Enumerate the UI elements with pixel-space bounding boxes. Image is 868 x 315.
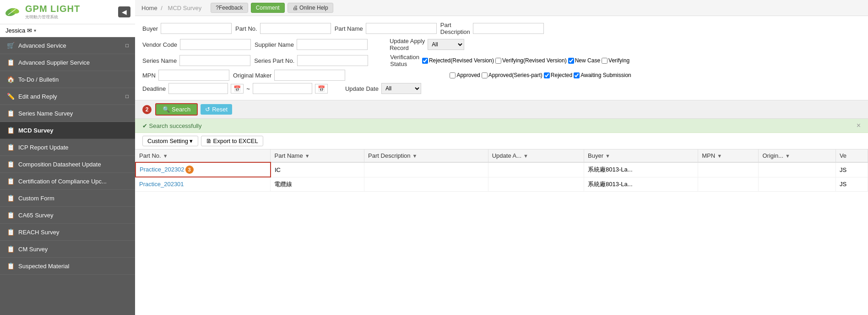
cb-awaiting[interactable]: Awaiting Submission xyxy=(574,72,631,78)
expand-icon-edit-reply: □ xyxy=(125,94,129,99)
cb-verifying-revised[interactable]: Verifying(Revised Version) xyxy=(495,57,567,64)
topbar-buttons: ?FeedbackComment🖨 Online Help xyxy=(211,3,333,13)
mpn-input[interactable] xyxy=(158,70,229,81)
update-apply-record-label: Update ApplyRecord xyxy=(390,38,425,51)
deadline-to-input[interactable] xyxy=(253,83,312,94)
part-no-link[interactable]: Practice_202301 xyxy=(139,181,184,188)
deadline-label: Deadline xyxy=(142,85,166,92)
update-apply-record-select[interactable]: All Yes No xyxy=(428,39,464,50)
col-origin: Origin... ▼ xyxy=(759,149,835,162)
original-maker-input[interactable] xyxy=(274,70,345,81)
filter-mpn-icon[interactable]: ▼ xyxy=(717,153,722,159)
filter-update-a-icon[interactable]: ▼ xyxy=(523,153,528,159)
part-no-field-group: Part No. xyxy=(235,23,331,34)
cb-rejected-revised[interactable]: Rejected(Revised Version) xyxy=(422,57,494,64)
sidebar-item-reach-survey[interactable]: 📋 REACH Survey xyxy=(0,224,135,241)
export-excel-button[interactable]: 🗎 Export to EXCEL xyxy=(201,136,263,146)
col-mpn: MPN ▼ xyxy=(698,149,759,162)
supplier-name-field-group: Supplier Name xyxy=(255,39,368,50)
filter-part-name-icon[interactable]: ▼ xyxy=(305,153,310,159)
search-bar: 2 🔍 Search ↺ Reset xyxy=(135,100,868,119)
cb-approved-series[interactable]: Approved(Series-part) xyxy=(482,72,542,78)
cb-new-case[interactable]: New Case xyxy=(568,57,600,64)
cb-approved[interactable]: Approved xyxy=(450,72,480,78)
sidebar-menu: 🛒 Advanced Service □ 📋 Advanced Supplier… xyxy=(0,37,135,315)
sidebar-item-edit-reply[interactable]: ✏️ Edit and Reply □ xyxy=(0,88,135,105)
search-button[interactable]: 🔍 Search xyxy=(155,103,198,116)
deadline-field-group: Deadline 📅 ~ 📅 xyxy=(142,83,328,94)
cm-survey-icon: 📋 xyxy=(6,245,15,253)
custom-setting-button[interactable]: Custom Setting ▾ xyxy=(142,136,198,146)
feedback-button[interactable]: ?Feedback xyxy=(211,3,248,13)
checkbox-group-2-inner: Approved Approved(Series-part) Rejected … xyxy=(450,72,631,78)
sidebar-item-custom-form[interactable]: 📋 Custom Form xyxy=(0,190,135,207)
vendor-code-label: Vendor Code xyxy=(142,41,177,48)
col-part-name: Part Name ▼ xyxy=(271,149,364,162)
sidebar-item-series-name-survey[interactable]: 📋 Series Name Survey xyxy=(0,105,135,122)
part-description-input[interactable] xyxy=(473,23,544,34)
table-cell xyxy=(759,177,835,191)
part-no-link[interactable]: Practice_202302 xyxy=(140,166,184,173)
table-cell xyxy=(698,177,759,191)
sidebar-item-ca65-survey[interactable]: 📋 CA65 Survey xyxy=(0,207,135,224)
close-success-button[interactable]: × xyxy=(857,122,861,130)
filter-origin-icon[interactable]: ▼ xyxy=(785,153,790,159)
table-cell xyxy=(488,162,584,177)
part-name-field-group: Part Name xyxy=(335,23,437,34)
form-row-1: Buyer Part No. Part Name PartDescription xyxy=(142,22,861,35)
mpn-field-group: MPN xyxy=(142,70,229,81)
comment-button[interactable]: Comment xyxy=(251,3,285,13)
cb-rejected[interactable]: Rejected xyxy=(544,72,572,78)
breadcrumb-home[interactable]: Home xyxy=(141,5,157,11)
sidebar-item-suspected-material[interactable]: 📋 Suspected Material xyxy=(0,258,135,275)
table-cell: 電纜線 xyxy=(271,177,364,191)
sidebar-label-advanced-supplier-service: Advanced Supplier Service xyxy=(18,59,90,66)
part-name-input[interactable] xyxy=(366,23,437,34)
sidebar-label-todo-bulletin: To-Do / Bulletin xyxy=(18,76,59,83)
filter-buyer-icon[interactable]: ▼ xyxy=(605,153,610,159)
col-ve: Ve xyxy=(835,149,868,162)
series-name-field-group: Series Name xyxy=(142,55,250,66)
reset-button[interactable]: ↺ Reset xyxy=(201,104,232,115)
buyer-input[interactable] xyxy=(161,23,232,34)
filter-part-no-icon[interactable]: ▼ xyxy=(163,153,168,159)
filter-part-desc-icon[interactable]: ▼ xyxy=(412,153,418,159)
expand-icon-advanced-service: □ xyxy=(125,43,129,48)
sidebar-item-advanced-supplier-service[interactable]: 📋 Advanced Supplier Service xyxy=(0,54,135,71)
original-maker-field-group: Original Maker xyxy=(233,70,346,81)
excel-icon: 🗎 xyxy=(206,138,212,144)
sidebar-item-composition-datasheet-update[interactable]: 📋 Composition Datasheet Update xyxy=(0,156,135,173)
supplier-name-input[interactable] xyxy=(297,39,368,50)
composition-datasheet-update-icon: 📋 xyxy=(6,160,15,168)
buyer-field-group: Buyer xyxy=(142,23,232,34)
sidebar-item-advanced-service[interactable]: 🛒 Advanced Service □ xyxy=(0,37,135,54)
sidebar-item-icp-report-update[interactable]: 📋 ICP Report Update xyxy=(0,139,135,156)
sidebar-item-todo-bulletin[interactable]: 🏠 To-Do / Bulletin xyxy=(0,71,135,88)
checkbox-group-2: Approved Approved(Series-part) Rejected … xyxy=(450,72,631,78)
user-row[interactable]: Jessica ✉ ▾ xyxy=(0,24,135,37)
sidebar-item-cm-survey[interactable]: 📋 CM Survey xyxy=(0,241,135,258)
deadline-from-calendar[interactable]: 📅 xyxy=(231,84,244,94)
series-name-input[interactable] xyxy=(179,55,250,66)
logo-text: GPM LIGHT xyxy=(25,4,80,14)
custom-setting-label: Custom Setting ▾ xyxy=(147,138,193,144)
deadline-to-calendar[interactable]: 📅 xyxy=(315,84,328,94)
toolbar: Custom Setting ▾ 🗎 Export to EXCEL xyxy=(135,133,868,149)
col-part-no: Part No. ▼ xyxy=(136,149,271,162)
sidebar-item-certification-compliance[interactable]: 📋 Certification of Compliance Upc... xyxy=(0,173,135,190)
form-row-2: Vendor Code Supplier Name Update ApplyRe… xyxy=(142,38,861,51)
vendor-code-input[interactable] xyxy=(180,39,251,50)
ca65-survey-icon: 📋 xyxy=(6,211,15,219)
back-button[interactable]: ◀ xyxy=(118,6,130,17)
series-part-no-input[interactable] xyxy=(297,55,368,66)
update-date-select[interactable]: All Today This Week xyxy=(381,83,421,94)
table-cell xyxy=(759,162,835,177)
online-help-button[interactable]: 🖨 Online Help xyxy=(288,3,333,13)
sidebar-item-mcd-survey[interactable]: 📋 MCD Survey xyxy=(0,122,135,139)
form-row-5: Deadline 📅 ~ 📅 Update Date All Today Thi… xyxy=(142,83,861,94)
custom-form-icon: 📋 xyxy=(6,194,15,202)
cb-verifying[interactable]: Verifying xyxy=(602,57,629,64)
form-area: Buyer Part No. Part Name PartDescription… xyxy=(135,16,868,100)
part-no-input[interactable] xyxy=(260,23,331,34)
deadline-from-input[interactable] xyxy=(168,83,228,94)
